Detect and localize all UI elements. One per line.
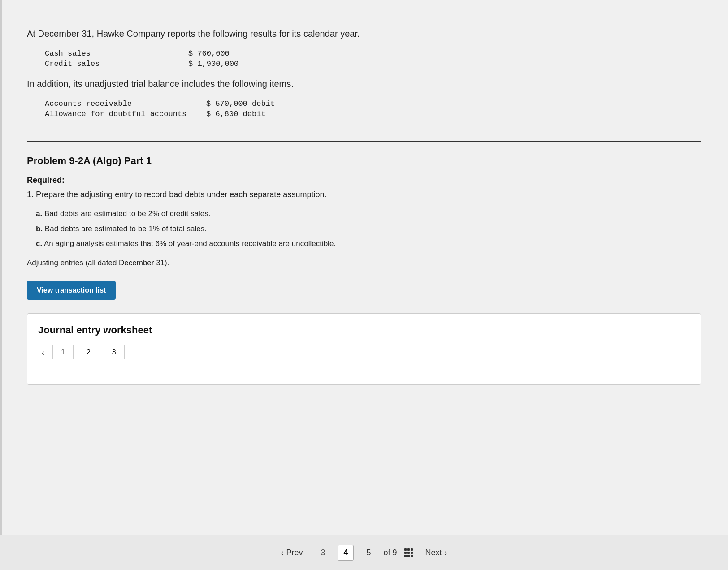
required-label: Required: bbox=[27, 176, 701, 185]
accounts-receivable-value: $ 570,000 debit bbox=[206, 99, 275, 108]
allowance-value: $ 6,800 debit bbox=[206, 110, 266, 118]
sales-data-table: Cash sales $ 760,000 Credit sales $ 1,90… bbox=[45, 49, 701, 68]
assumption-c: c. An aging analysis estimates that 6% o… bbox=[36, 238, 701, 250]
next-chevron-icon: › bbox=[445, 548, 447, 557]
tab-3[interactable]: 3 bbox=[104, 345, 125, 359]
context-intro: At December 31, Hawke Company reports th… bbox=[27, 27, 701, 40]
cash-sales-label: Cash sales bbox=[45, 49, 170, 58]
journal-title: Journal entry worksheet bbox=[38, 324, 690, 336]
allowance-row: Allowance for doubtful accounts $ 6,800 … bbox=[45, 110, 701, 118]
accounts-receivable-row: Accounts receivable $ 570,000 debit bbox=[45, 99, 701, 108]
adjusting-note: Adjusting entries (all dated December 31… bbox=[27, 259, 701, 268]
accounts-receivable-label: Accounts receivable bbox=[45, 99, 188, 108]
credit-sales-label: Credit sales bbox=[45, 60, 170, 68]
assumption-a-text: Bad debts are estimated to be 2% of cred… bbox=[44, 209, 210, 218]
required-text: 1. Prepare the adjusting entry to record… bbox=[27, 189, 701, 201]
prev-chevron-icon: ‹ bbox=[281, 548, 283, 557]
assumption-b-text: Bad debts are estimated to be 1% of tota… bbox=[45, 225, 207, 233]
tab-2[interactable]: 2 bbox=[78, 345, 99, 359]
grid-view-icon[interactable] bbox=[404, 548, 413, 557]
page-4[interactable]: 4 bbox=[338, 545, 354, 561]
prev-button[interactable]: ‹ Prev bbox=[275, 544, 308, 561]
worksheet-tabs: ‹ 1 2 3 bbox=[38, 345, 690, 359]
tab-1[interactable]: 1 bbox=[52, 345, 74, 359]
prev-label: Prev bbox=[286, 548, 303, 557]
assumption-b-label: b. bbox=[36, 225, 43, 233]
credit-sales-row: Credit sales $ 1,900,000 bbox=[45, 60, 701, 68]
allowance-label: Allowance for doubtful accounts bbox=[45, 110, 188, 118]
cash-sales-value: $ 760,000 bbox=[188, 49, 230, 58]
assumptions-list: a. Bad debts are estimated to be 2% of c… bbox=[36, 208, 701, 250]
page-5[interactable]: 5 bbox=[361, 545, 376, 560]
addition-text: In addition, its unadjusted trial balanc… bbox=[27, 77, 701, 91]
view-transaction-button[interactable]: View transaction list bbox=[27, 281, 116, 300]
tab-prev-arrow[interactable]: ‹ bbox=[38, 346, 48, 359]
problem-title: Problem 9-2A (Algo) Part 1 bbox=[27, 155, 701, 167]
page-3[interactable]: 3 bbox=[315, 545, 330, 560]
next-button[interactable]: Next › bbox=[420, 544, 453, 561]
of-total: of 9 bbox=[384, 548, 397, 557]
credit-sales-value: $ 1,900,000 bbox=[188, 60, 238, 68]
assumption-a: a. Bad debts are estimated to be 2% of c… bbox=[36, 208, 701, 220]
journal-worksheet: Journal entry worksheet ‹ 1 2 3 bbox=[27, 313, 701, 385]
next-label: Next bbox=[425, 548, 442, 557]
balance-data-table: Accounts receivable $ 570,000 debit Allo… bbox=[45, 99, 701, 118]
assumption-c-text: An aging analysis estimates that 6% of y… bbox=[44, 239, 336, 248]
assumption-b: b. Bad debts are estimated to be 1% of t… bbox=[36, 223, 701, 235]
pagination-bar: ‹ Prev 3 4 5 of 9 Next › bbox=[0, 535, 728, 570]
assumption-c-label: c. bbox=[36, 239, 42, 248]
cash-sales-row: Cash sales $ 760,000 bbox=[45, 49, 701, 58]
assumption-a-label: a. bbox=[36, 209, 42, 218]
